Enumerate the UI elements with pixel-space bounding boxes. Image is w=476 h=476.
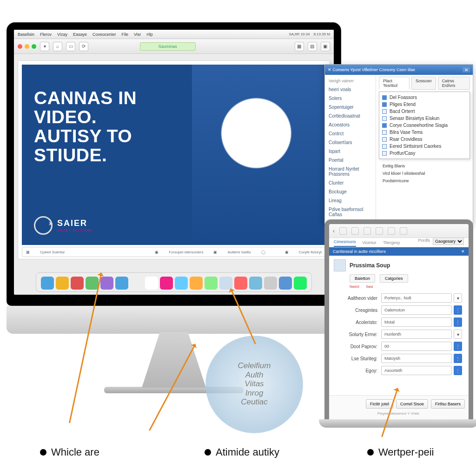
toolbar-button[interactable]: ▭ <box>66 42 75 51</box>
dock-app-icon[interactable] <box>41 277 54 290</box>
menu-item[interactable]: File <box>121 32 128 37</box>
dock-app-icon[interactable] <box>294 277 307 290</box>
sidebar-item[interactable]: Acoeators <box>328 121 373 128</box>
menu-item[interactable]: Pliges Etend <box>381 101 468 108</box>
sidebar-item[interactable]: Pdive baefornsol Cañas <box>328 206 373 218</box>
dock-app-icon[interactable] <box>190 277 203 290</box>
checkbox-icon[interactable] <box>382 123 387 128</box>
stepper-button[interactable]: ⋮ <box>454 317 462 327</box>
back-icon[interactable]: ‹ <box>333 228 335 234</box>
menu-item[interactable]: Coveocenier <box>93 32 116 37</box>
menu-item[interactable]: Bacd Orterrt <box>381 108 468 115</box>
explorer-dropdown[interactable]: Del FoassorsPliges EtendBacd OrterrtSena… <box>379 92 470 159</box>
dock-app-icon[interactable] <box>264 277 277 290</box>
text-input[interactable]: Motal <box>381 317 452 327</box>
explorer-titlebar[interactable]: ✕ Consens Ypost Villetíner Czesony Ceen … <box>325 65 473 75</box>
footer-button[interactable]: Comel Sisoe <box>396 399 428 409</box>
tool-icon[interactable] <box>364 227 371 235</box>
close-window-icon[interactable] <box>18 44 22 49</box>
tool-icon[interactable] <box>339 227 347 235</box>
text-input[interactable]: Asoorteth <box>381 366 452 375</box>
sidebar-item[interactable]: Sopentuiger <box>328 104 373 111</box>
stepper-button[interactable]: ⋮ <box>454 354 462 363</box>
toolbar-button[interactable]: ⌂ <box>53 42 62 51</box>
category-select[interactable]: Gaogesary <box>433 238 464 245</box>
toolbar-button[interactable]: ⟳ <box>79 42 88 51</box>
chevron-down-icon[interactable]: ▾ <box>454 330 462 339</box>
text-input[interactable]: Matoysh <box>381 354 452 363</box>
sidebar-item[interactable]: Horrard Nyritet Prassrens <box>328 165 373 178</box>
mac-menubar[interactable]: Baselisin Flerov Vizay Easaye Coveocenie… <box>14 30 334 39</box>
dock-app-icon[interactable] <box>145 277 158 290</box>
toolbar-button[interactable]: ▦ <box>295 42 304 51</box>
dock-app-icon[interactable] <box>234 277 247 290</box>
menu-item[interactable]: Visr <box>134 32 141 37</box>
stepper-button[interactable]: ⋮ <box>454 342 462 351</box>
search-field[interactable]: Sauminas <box>140 42 196 51</box>
timeline-bar[interactable]: ▦ Cpéerl Soértez ▣Forsopel sitersoniers … <box>22 247 326 257</box>
sidebar-item[interactable]: Solers <box>328 95 373 102</box>
menu-item[interactable]: Easaye <box>73 32 87 37</box>
tab[interactable]: Titergesy <box>383 240 400 247</box>
link[interactable]: Nadct <box>350 284 359 289</box>
sidebar-item[interactable]: Lireag <box>328 197 373 204</box>
zoom-window-icon[interactable] <box>32 44 36 49</box>
footer-button[interactable]: Fictitr jotel <box>366 399 393 409</box>
sidebar-item[interactable]: Poertal <box>328 157 373 164</box>
dock-app-icon[interactable] <box>100 277 113 290</box>
dock-app-icon[interactable] <box>86 277 99 290</box>
tab[interactable]: Plact Tesrttiol <box>379 77 410 90</box>
stepper-button[interactable]: ⋮ <box>454 366 462 375</box>
select-input[interactable]: Porteryo.. Nolt <box>381 293 452 303</box>
tool-icon[interactable] <box>376 227 383 235</box>
menu-item[interactable]: Corye Cosneehortíne Sisgia <box>381 122 468 129</box>
chip-button[interactable]: Baietton <box>350 274 375 283</box>
checkbox-icon[interactable] <box>382 137 387 142</box>
tab[interactable]: Catrss Erdívrs <box>438 77 470 90</box>
checkbox-icon[interactable] <box>382 95 387 100</box>
dock-app-icon[interactable] <box>205 277 218 290</box>
sidebar-item[interactable]: Ispart <box>328 148 373 155</box>
dock-app-icon[interactable] <box>160 277 173 290</box>
tool-icon[interactable] <box>388 227 395 235</box>
sidebar-item[interactable]: Clunter <box>328 179 373 186</box>
tool-icon[interactable] <box>351 227 359 235</box>
toolbar-button[interactable]: ▤ <box>308 42 317 51</box>
sidebar-item[interactable]: Colisertíars <box>328 139 373 146</box>
traffic-lights[interactable] <box>18 44 36 49</box>
close-icon[interactable]: ✕ <box>312 69 321 79</box>
sidebar-item[interactable]: Bockuge <box>328 188 373 195</box>
text-input[interactable]: 00 <box>381 342 452 351</box>
chevron-down-icon[interactable]: ▾ <box>454 293 462 303</box>
checkbox-icon[interactable] <box>382 144 387 149</box>
stepper-button[interactable]: ⋮ <box>454 305 462 315</box>
menu-item[interactable]: Bilra Vase Tems <box>381 129 468 136</box>
dock-app-icon[interactable] <box>71 277 84 290</box>
menu-item[interactable]: Baselisin <box>18 32 34 37</box>
banner-close-icon[interactable]: ✕ <box>461 249 465 254</box>
menu-item[interactable]: Flerov <box>40 32 52 37</box>
dock-app-icon[interactable] <box>279 277 292 290</box>
menu-item[interactable]: Eered Sirttsirsnt Caorkes <box>381 143 468 150</box>
minimize-window-icon[interactable] <box>25 44 29 49</box>
tab[interactable]: Viointor <box>363 240 377 247</box>
toolbar-button[interactable]: ▾ <box>40 42 49 51</box>
sidebar-item[interactable]: heeri voals <box>328 86 373 93</box>
explorer-tabs[interactable]: Plact Tesrttiol Sossosn Catrss Erdívrs <box>379 77 470 90</box>
properties-tabs[interactable]: Cimesmons Viointor Titergesy Pordls Gaog… <box>329 238 469 247</box>
footer-button[interactable]: Firtlso Basers <box>431 399 465 409</box>
select-input[interactable]: Hunlenth <box>381 330 452 339</box>
menu-item[interactable]: Hlp <box>146 32 153 37</box>
tool-icon[interactable] <box>400 227 407 235</box>
checkbox-icon[interactable] <box>382 102 387 107</box>
menu-item[interactable]: Vizay <box>57 32 67 37</box>
tab[interactable]: Sossosn <box>411 77 436 90</box>
sidebar-item[interactable]: Cortledloaatnat <box>328 112 373 119</box>
dock-app-icon[interactable] <box>56 277 69 290</box>
dock-app-icon[interactable] <box>115 277 128 290</box>
menu-item[interactable]: Rsar Crovidless <box>381 136 468 143</box>
dock-app-icon[interactable] <box>130 277 143 290</box>
checkbox-icon[interactable] <box>382 109 387 114</box>
tab[interactable]: Cimesmons <box>334 239 356 247</box>
toolbar-button[interactable]: ▣ <box>321 42 330 51</box>
